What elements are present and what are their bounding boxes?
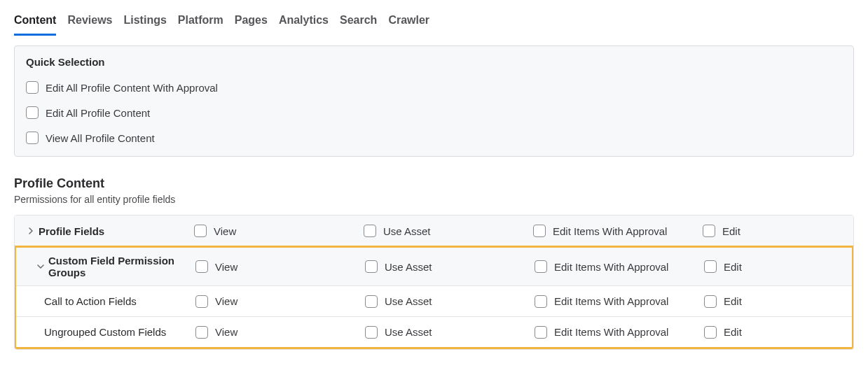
perm-edit-cfpg: Edit: [704, 260, 852, 273]
checkbox-use-asset[interactable]: [365, 295, 378, 308]
perm-useasset-ungrouped: Use Asset: [365, 326, 535, 339]
label-edit-all-approval: Edit All Profile Content With Approval: [46, 82, 218, 94]
perm-view-ungrouped: View: [195, 326, 365, 339]
checkbox-edit-approval[interactable]: [535, 260, 547, 273]
tab-pages[interactable]: Pages: [235, 10, 268, 36]
checkbox-use-asset[interactable]: [365, 260, 378, 273]
checkbox-view[interactable]: [195, 295, 208, 308]
perm-label: View: [214, 225, 236, 237]
perm-row-ungrouped: Ungrouped Custom Fields View Use Asset E…: [16, 316, 852, 347]
perm-useasset-cfpg: Use Asset: [365, 260, 535, 273]
perm-label: Edit: [722, 225, 740, 237]
perm-label: Use Asset: [385, 295, 432, 307]
perm-label: Use Asset: [383, 225, 431, 237]
row-label-text: Ungrouped Custom Fields: [44, 326, 166, 338]
perm-label: Edit Items With Approval: [554, 261, 668, 273]
checkbox-view-all[interactable]: [26, 132, 39, 144]
perm-edit-ungrouped: Edit: [704, 326, 852, 339]
tab-listings[interactable]: Listings: [123, 10, 166, 36]
quick-selection-title: Quick Selection: [26, 56, 842, 68]
perm-label: Edit Items With Approval: [553, 225, 667, 237]
perm-label: View: [215, 261, 237, 273]
perm-useasset-profile-fields: Use Asset: [364, 225, 533, 237]
perm-row-cfpg: Custom Field Permission Groups View Use …: [16, 248, 852, 285]
perm-label: Edit: [724, 295, 742, 307]
perm-label: Edit Items With Approval: [554, 326, 668, 338]
checkbox-edit-approval[interactable]: [535, 326, 547, 339]
perm-useasset-cta: Use Asset: [365, 295, 535, 308]
row-label-text: Profile Fields: [39, 225, 104, 237]
perm-edit-cta: Edit: [704, 295, 852, 308]
tab-crawler[interactable]: Crawler: [388, 10, 429, 36]
label-view-all: View All Profile Content: [46, 132, 155, 144]
perm-row-cta: Call to Action Fields View Use Asset Edi…: [16, 285, 852, 316]
chevron-down-icon: [37, 263, 44, 270]
perm-editapproval-cta: Edit Items With Approval: [535, 295, 704, 308]
perm-label: View: [215, 295, 237, 307]
perm-view-cfpg: View: [195, 260, 365, 273]
tab-analytics[interactable]: Analytics: [279, 10, 329, 36]
quick-edit-all-approval-row: Edit All Profile Content With Approval: [26, 75, 842, 100]
chevron-right-icon: [27, 227, 34, 234]
row-label-ungrouped: Ungrouped Custom Fields: [16, 319, 195, 345]
checkbox-edit[interactable]: [703, 225, 715, 237]
tab-reviews[interactable]: Reviews: [67, 10, 112, 36]
perm-label: Use Asset: [385, 261, 432, 273]
checkbox-use-asset[interactable]: [364, 225, 376, 237]
perm-label: Edit: [724, 326, 742, 338]
checkbox-use-asset[interactable]: [365, 326, 378, 339]
tab-content[interactable]: Content: [14, 10, 56, 36]
checkbox-edit[interactable]: [704, 326, 717, 339]
checkbox-edit-all-approval[interactable]: [26, 81, 39, 94]
perm-view-cta: View: [195, 295, 365, 308]
tab-bar: Content Reviews Listings Platform Pages …: [14, 0, 854, 36]
perm-row-profile-fields: Profile Fields View Use Asset Edit Items…: [15, 215, 853, 246]
perm-label: Edit: [724, 261, 742, 273]
row-label-cta: Call to Action Fields: [16, 288, 195, 314]
perm-editapproval-profile-fields: Edit Items With Approval: [533, 225, 703, 237]
perm-view-profile-fields: View: [194, 225, 364, 237]
perm-edit-profile-fields: Edit: [703, 225, 853, 237]
row-label-text: Call to Action Fields: [44, 295, 137, 307]
checkbox-edit-approval[interactable]: [533, 225, 546, 237]
profile-content-title: Profile Content: [14, 176, 854, 191]
row-label-text: Custom Field Permission Groups: [48, 255, 190, 278]
profile-content-subtitle: Permissions for all entity profile field…: [14, 194, 854, 205]
perm-label: View: [215, 326, 237, 338]
perm-label: Use Asset: [385, 326, 432, 338]
checkbox-edit[interactable]: [704, 295, 717, 308]
quick-selection-panel: Quick Selection Edit All Profile Content…: [14, 45, 854, 157]
perm-editapproval-cfpg: Edit Items With Approval: [535, 260, 704, 273]
label-edit-all: Edit All Profile Content: [46, 107, 150, 119]
checkbox-view[interactable]: [195, 326, 208, 339]
checkbox-edit-approval[interactable]: [535, 295, 547, 308]
checkbox-view[interactable]: [194, 225, 207, 237]
perm-label: Edit Items With Approval: [554, 295, 668, 307]
checkbox-edit-all[interactable]: [26, 106, 39, 119]
row-label-profile-fields[interactable]: Profile Fields: [15, 218, 194, 244]
highlight-custom-field-group: Custom Field Permission Groups View Use …: [14, 246, 854, 349]
tab-search[interactable]: Search: [340, 10, 377, 36]
checkbox-edit[interactable]: [704, 260, 717, 273]
checkbox-view[interactable]: [195, 260, 208, 273]
profile-content-heading: Profile Content Permissions for all enti…: [14, 176, 854, 205]
tab-platform[interactable]: Platform: [178, 10, 223, 36]
quick-view-all-row: View All Profile Content: [26, 125, 842, 150]
permissions-table: Profile Fields View Use Asset Edit Items…: [14, 215, 854, 350]
quick-edit-all-row: Edit All Profile Content: [26, 100, 842, 125]
perm-editapproval-ungrouped: Edit Items With Approval: [535, 326, 704, 339]
row-label-cfpg[interactable]: Custom Field Permission Groups: [16, 248, 195, 285]
